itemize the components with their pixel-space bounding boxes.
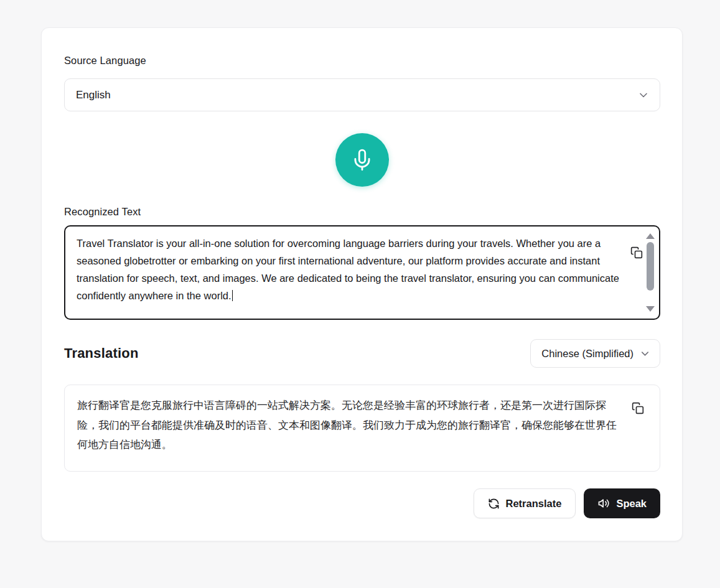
chevron-down-icon	[639, 348, 651, 360]
scroll-up-icon[interactable]	[646, 233, 655, 239]
copy-translation-button[interactable]	[632, 402, 644, 414]
copy-recognized-button[interactable]	[630, 246, 643, 259]
action-buttons-row: Retranslate Speak	[64, 488, 660, 518]
translation-text-content: 旅行翻译官是您克服旅行中语言障碍的一站式解决方案。无论您是经验丰富的环球旅行者，…	[77, 399, 617, 450]
translator-card: Source Language English Recognized Text …	[41, 27, 683, 541]
translation-output: 旅行翻译官是您克服旅行中语言障碍的一站式解决方案。无论您是经验丰富的环球旅行者，…	[64, 385, 660, 472]
source-language-select[interactable]: English	[64, 78, 660, 111]
speaker-icon	[597, 497, 610, 510]
retranslate-button[interactable]: Retranslate	[474, 488, 576, 518]
retranslate-label: Retranslate	[506, 498, 562, 510]
refresh-icon	[488, 498, 500, 510]
scroll-down-icon[interactable]	[646, 306, 655, 312]
speak-button[interactable]: Speak	[584, 488, 660, 518]
textbox-scrollbar	[645, 233, 655, 312]
recognized-text-input[interactable]: Travel Translator is your all-in-one sol…	[64, 225, 660, 320]
speak-label: Speak	[616, 498, 647, 510]
chevron-down-icon	[637, 89, 650, 101]
microphone-icon	[350, 148, 374, 172]
recognized-text-label: Recognized Text	[64, 205, 660, 218]
target-language-value: Chinese (Simplified)	[541, 348, 634, 360]
translation-header-row: Translation Chinese (Simplified)	[64, 339, 660, 368]
text-caret	[232, 290, 233, 301]
record-mic-button[interactable]	[335, 133, 389, 187]
source-language-value: English	[76, 89, 111, 101]
scrollbar-thumb[interactable]	[647, 242, 654, 291]
copy-icon	[632, 402, 644, 414]
translation-heading: Translation	[64, 345, 139, 362]
target-language-select[interactable]: Chinese (Simplified)	[530, 339, 660, 368]
source-language-label: Source Language	[64, 54, 660, 67]
mic-row	[64, 133, 660, 187]
recognized-text-content: Travel Translator is your all-in-one sol…	[77, 238, 619, 301]
copy-icon	[630, 246, 643, 259]
